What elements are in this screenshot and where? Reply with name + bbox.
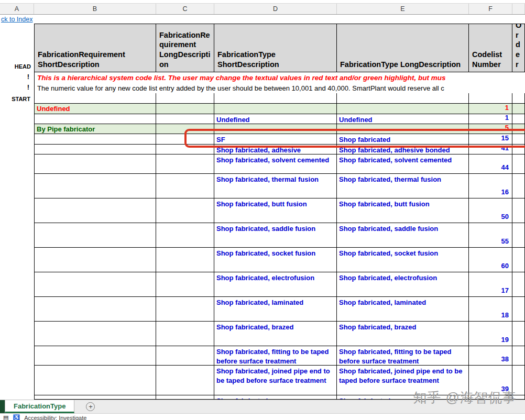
cell-fabreq-short[interactable]	[34, 248, 156, 272]
cell-sort-order[interactable]	[512, 223, 525, 248]
cell-codelist-number[interactable]: 5	[469, 124, 512, 134]
book-icon[interactable]: ▤	[3, 415, 8, 420]
cell-fabtype-long[interactable]: Shop fabricated, thermal fusion	[337, 174, 469, 198]
cell-fabreq-short[interactable]: Undefined	[34, 104, 156, 114]
cell-fabreq-short[interactable]	[34, 223, 156, 248]
cell-fabtype-long[interactable]: Shop fabricated,	[337, 395, 469, 400]
cell-fabtype-long[interactable]: Shop fabricated, joined pipe end to be t…	[337, 366, 469, 395]
cell-fabtype-short[interactable]: Shop fabricated, laminated	[214, 297, 337, 322]
back-to-index-link[interactable]: ck to Index	[0, 16, 32, 23]
cell-codelist-number[interactable]: 1	[469, 114, 512, 124]
cell-codelist-number[interactable]	[469, 395, 512, 400]
cell-fabreq-short[interactable]	[34, 134, 156, 145]
cell-fabtype-long[interactable]: Shop fabricated, electrofusion	[337, 272, 469, 297]
column-header-c[interactable]: C	[156, 4, 214, 14]
column-header-a[interactable]: A	[0, 4, 34, 14]
cell-fabreq-long[interactable]	[156, 272, 214, 297]
cell-codelist-number[interactable]: 50	[469, 198, 512, 223]
cell-sort-order[interactable]	[512, 346, 525, 366]
cell-fabtype-long[interactable]: Shop fabricated, laminated	[337, 297, 469, 322]
cell-sort-order[interactable]	[512, 272, 525, 297]
cell-sort-order[interactable]	[512, 297, 525, 322]
accessibility-status[interactable]: Accessibility: Investigate	[24, 415, 86, 420]
column-header-f[interactable]: F	[469, 4, 512, 14]
cell-fabreq-long[interactable]	[156, 145, 214, 154]
header-fabtype-long[interactable]: FabricationType LongDescription	[337, 24, 469, 72]
cell-fabtype-long[interactable]: Shop fabricated	[337, 134, 469, 145]
column-header-b[interactable]: B	[34, 4, 156, 14]
header-sort-order[interactable]: Sort Order	[512, 24, 525, 72]
cell-fabreq-long[interactable]	[156, 174, 214, 198]
cell-sort-order[interactable]	[512, 154, 525, 174]
cell-sort-order[interactable]	[512, 174, 525, 198]
cell-fabreq-long[interactable]	[156, 124, 214, 134]
cell-sort-order[interactable]	[512, 198, 525, 223]
cell-fabtype-short[interactable]: Shop fabricated, thermal fusion	[214, 174, 337, 198]
cell-fabtype-short[interactable]: Shop fabricated, adhesive	[214, 145, 337, 154]
sheet-tab-fabricationtype[interactable]: FabricationType	[5, 400, 74, 413]
cell-fabreq-short[interactable]	[34, 395, 156, 400]
empty-cell[interactable]	[337, 93, 469, 104]
cell-fabreq-long[interactable]	[156, 134, 214, 145]
cell-fabreq-long[interactable]	[156, 104, 214, 114]
cell-sort-order[interactable]	[512, 124, 525, 134]
cell-fabreq-short[interactable]	[34, 198, 156, 223]
cell-fabreq-short[interactable]	[34, 322, 156, 346]
accessibility-icon[interactable]: ♿	[13, 415, 20, 420]
header-fabtype-short[interactable]: FabricationType ShortDescription	[214, 24, 337, 72]
cell-fabreq-long[interactable]	[156, 248, 214, 272]
cell-fabtype-long[interactable]: Shop fabricated, solvent cemented	[337, 154, 469, 174]
empty-cell[interactable]	[469, 93, 512, 104]
cell-fabtype-short[interactable]: Shop fabricated, butt fusion	[214, 198, 337, 223]
cell-codelist-number[interactable]: 19	[469, 322, 512, 346]
cell-fabreq-short[interactable]	[34, 114, 156, 124]
cell-codelist-number[interactable]: 16	[469, 174, 512, 198]
empty-cell[interactable]	[512, 93, 525, 104]
cell-fabreq-short[interactable]	[34, 272, 156, 297]
cell-fabtype-long[interactable]: Shop fabricated, socket fusion	[337, 248, 469, 272]
cell-fabtype-short[interactable]: Shop fabricated, saddle fusion	[214, 223, 337, 248]
cell-sort-order[interactable]	[512, 104, 525, 114]
empty-cell[interactable]	[156, 93, 214, 104]
empty-cell[interactable]	[214, 93, 337, 104]
cell-fabtype-short[interactable]	[214, 124, 337, 134]
cell-fabtype-short[interactable]: Shop fabricated,	[214, 395, 337, 400]
cell-fabreq-long[interactable]	[156, 346, 214, 366]
cell-fabtype-short[interactable]: Shop fabricated, solvent cemented	[214, 154, 337, 174]
cell-fabreq-short[interactable]	[34, 154, 156, 174]
cell-sort-order[interactable]	[512, 395, 525, 400]
add-sheet-button[interactable]: +	[86, 402, 95, 411]
cell-fabtype-long[interactable]: Undefined	[337, 114, 469, 124]
cell-fabtype-short[interactable]: Shop fabricated, fitting to be taped bef…	[214, 346, 337, 366]
empty-cell[interactable]	[34, 93, 156, 104]
column-header-d[interactable]: D	[214, 4, 337, 14]
cell-codelist-number[interactable]: 41	[469, 145, 512, 154]
cell-fabreq-long[interactable]	[156, 322, 214, 346]
cell-codelist-number[interactable]: 1	[469, 104, 512, 114]
cell-fabreq-long[interactable]	[156, 297, 214, 322]
cell-fabreq-short[interactable]	[34, 297, 156, 322]
cell-fabreq-long[interactable]	[156, 154, 214, 174]
cell-fabreq-long[interactable]	[156, 114, 214, 124]
cell-fabtype-long[interactable]	[337, 124, 469, 134]
cell-fabreq-long[interactable]	[156, 395, 214, 400]
cell-fabreq-long[interactable]	[156, 366, 214, 395]
cell-sort-order[interactable]	[512, 366, 525, 395]
cell-codelist-number[interactable]: 44	[469, 154, 512, 174]
cell-fabtype-long[interactable]: Shop fabricated, fitting to be taped bef…	[337, 346, 469, 366]
cell-fabtype-short[interactable]	[214, 104, 337, 114]
cell-fabreq-short[interactable]: By Pipe fabricator	[34, 124, 156, 134]
cell-fabtype-short[interactable]: Shop fabricated, joined pipe end to be t…	[214, 366, 337, 395]
cell-sort-order[interactable]	[512, 322, 525, 346]
cell-sort-order[interactable]	[512, 134, 525, 145]
cell-fabtype-long[interactable]: Shop fabricated, brazed	[337, 322, 469, 346]
cell-fabtype-long[interactable]	[337, 104, 469, 114]
cell-fabreq-short[interactable]	[34, 366, 156, 395]
header-fabreq-long[interactable]: FabricationRequirement LongDescription	[156, 24, 214, 72]
cell-codelist-number[interactable]: 39	[469, 366, 512, 395]
cell-codelist-number[interactable]: 15	[469, 134, 512, 145]
cell-fabtype-short[interactable]: Shop fabricated, electrofusion	[214, 272, 337, 297]
cell-fabreq-short[interactable]	[34, 145, 156, 154]
cell-fabtype-long[interactable]: Shop fabricated, adhesive bonded	[337, 145, 469, 154]
header-codelist-number[interactable]: Codelist Number	[469, 24, 512, 72]
